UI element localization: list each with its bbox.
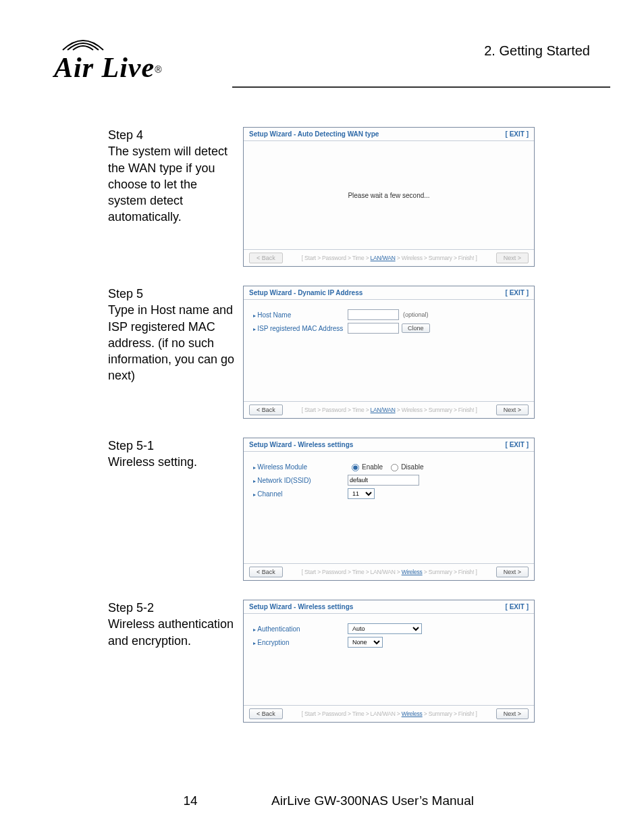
page-number: 14 <box>170 793 211 808</box>
panel-title: Setup Wizard - Dynamic IP Address <box>249 289 363 296</box>
manual-title: AirLive GW-300NAS User’s Manual <box>271 793 474 808</box>
step51-title: Step 5-1 <box>108 439 154 452</box>
enable-text: Enable <box>362 463 383 471</box>
panel-title: Setup Wizard - Wireless settings <box>249 603 353 610</box>
breadcrumb: [ Start > Password > Time > LAN/WAN > Wi… <box>302 710 477 717</box>
mac-input[interactable] <box>348 323 399 334</box>
channel-label: Channel <box>253 490 348 498</box>
step4-body: The system will detect the WAN type if y… <box>108 145 227 224</box>
step5-screenshot: Setup Wizard - Dynamic IP Address [ EXIT… <box>243 286 535 419</box>
chapter-title: 2. Getting Started <box>484 43 590 59</box>
next-button[interactable]: Next > <box>496 405 529 415</box>
panel-title: Setup Wizard - Auto Detecting WAN type <box>249 130 379 138</box>
wireless-module-label: Wireless Module <box>253 463 348 471</box>
step52-body: Wireless authentication and encryption. <box>108 617 234 647</box>
step5-title: Step 5 <box>108 287 143 301</box>
mac-label: ISP registered MAC Address <box>253 325 348 332</box>
exit-link[interactable]: [ EXIT ] <box>506 603 529 610</box>
breadcrumb: [ Start > Password > Time > LAN/WAN > Wi… <box>302 255 477 261</box>
wait-message: Please wait a few second... <box>348 192 429 199</box>
auth-select[interactable]: Auto <box>348 623 422 634</box>
disable-text: Disable <box>401 463 423 471</box>
ssid-input[interactable] <box>348 475 419 486</box>
logo-text: Air Live <box>54 52 155 83</box>
panel-title: Setup Wizard - Wireless settings <box>249 441 353 448</box>
encryption-select[interactable]: None <box>348 637 383 648</box>
hostname-label: Host Name <box>253 311 348 319</box>
back-button[interactable]: < Back <box>249 405 283 415</box>
step51-body: Wireless setting. <box>108 455 197 469</box>
ssid-label: Network ID(SSID) <box>253 477 348 484</box>
back-button: < Back <box>249 253 283 263</box>
back-button[interactable]: < Back <box>249 567 283 577</box>
next-button[interactable]: Next > <box>496 567 529 577</box>
enable-radio[interactable] <box>352 464 359 471</box>
step4-title: Step 4 <box>108 128 143 142</box>
exit-link[interactable]: [ EXIT ] <box>506 289 529 296</box>
step5-body: Type in Host name and ISP registered MAC… <box>108 303 234 382</box>
encryption-label: Encryption <box>253 639 348 646</box>
header-divider <box>232 86 610 88</box>
logo-registered: ® <box>155 64 161 75</box>
exit-link[interactable]: [ EXIT ] <box>506 441 529 448</box>
step51-screenshot: Setup Wizard - Wireless settings [ EXIT … <box>243 438 535 581</box>
logo-waves-icon <box>59 34 107 51</box>
breadcrumb: [ Start > Password > Time > LAN/WAN > Wi… <box>302 407 477 413</box>
hostname-input[interactable] <box>348 309 399 320</box>
step52-screenshot: Setup Wizard - Wireless settings [ EXIT … <box>243 600 535 723</box>
brand-logo: Air Live® <box>54 34 161 84</box>
exit-link[interactable]: [ EXIT ] <box>506 130 529 138</box>
auth-label: Authentication <box>253 625 348 633</box>
step52-title: Step 5-2 <box>108 601 154 615</box>
disable-radio[interactable] <box>391 464 398 471</box>
channel-select[interactable]: 11 <box>348 488 375 499</box>
next-button[interactable]: Next > <box>496 708 529 719</box>
clone-button[interactable]: Clone <box>402 323 430 333</box>
back-button[interactable]: < Back <box>249 708 283 719</box>
next-button: Next > <box>496 253 529 263</box>
optional-text: (optional) <box>403 311 429 318</box>
step4-screenshot: Setup Wizard - Auto Detecting WAN type [… <box>243 127 535 267</box>
breadcrumb: [ Start > Password > Time > LAN/WAN > Wi… <box>302 569 477 575</box>
